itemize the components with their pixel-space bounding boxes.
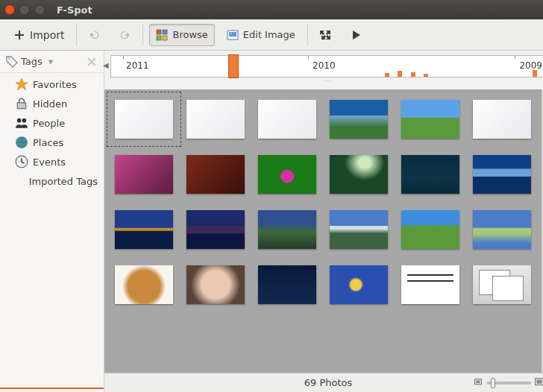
photo-thumbnail[interactable]	[473, 155, 531, 194]
zoom-slider[interactable]	[486, 382, 531, 385]
globe-icon	[15, 136, 28, 149]
lock-icon	[15, 97, 28, 110]
window-close-button[interactable]	[4, 4, 15, 15]
photo-thumbnail[interactable]	[186, 265, 245, 304]
import-label: Import	[30, 29, 64, 41]
tag-list: Favorites Hidden People Places Events Im…	[0, 73, 104, 388]
rotate-left-button[interactable]	[83, 24, 107, 46]
sidebar: Tags ▾ Favorites Hidden People Places	[0, 51, 104, 392]
thumbnail-grid	[115, 100, 531, 304]
photo-thumbnail[interactable]	[186, 100, 245, 139]
zoom-out-icon[interactable]	[473, 378, 483, 388]
chevron-down-icon: ▾	[48, 56, 54, 67]
photo-thumbnail[interactable]	[401, 155, 459, 194]
blank-icon	[15, 174, 25, 188]
plus-icon	[13, 29, 25, 41]
fullscreen-button[interactable]	[314, 24, 338, 46]
svg-point-10	[22, 118, 27, 123]
toolbar-separator	[76, 25, 77, 45]
photo-thumbnail[interactable]	[258, 100, 316, 139]
main-area: Tags ▾ Favorites Hidden People Places	[0, 51, 543, 392]
svg-point-6	[230, 33, 232, 34]
content-pane: ◀ ▶ 2011 2010 2009 ⋯	[104, 51, 543, 392]
timeline-scroll-left[interactable]: ◀	[103, 61, 109, 69]
main-toolbar: Import Browse Edit Image	[0, 19, 543, 51]
photo-thumbnail[interactable]	[186, 210, 245, 249]
sidebar-item-places[interactable]: Places	[0, 133, 104, 152]
svg-rect-0	[157, 30, 161, 34]
timeline[interactable]: 2011 2010 2009	[110, 55, 543, 78]
photo-thumbnail[interactable]	[330, 100, 388, 139]
photo-thumbnail[interactable]	[401, 210, 459, 249]
toolbar-separator	[142, 25, 143, 45]
photo-thumbnail[interactable]	[115, 265, 173, 304]
timeline-bars	[111, 69, 543, 77]
star-icon	[15, 78, 28, 91]
svg-rect-3	[163, 36, 167, 40]
photo-thumbnail[interactable]	[330, 265, 388, 304]
tag-icon	[6, 56, 18, 68]
zoom-in-icon[interactable]	[534, 378, 543, 388]
photo-thumbnail[interactable]	[473, 100, 531, 139]
sidebar-header[interactable]: Tags ▾	[0, 51, 104, 73]
edit-image-button[interactable]: Edit Image	[221, 24, 301, 46]
remove-tag-icon[interactable]	[86, 56, 98, 68]
sidebar-accent-strip	[0, 388, 104, 392]
svg-point-9	[17, 118, 22, 123]
photo-thumbnail[interactable]	[115, 210, 173, 249]
svg-point-7	[8, 58, 10, 60]
slideshow-button[interactable]	[344, 24, 368, 46]
sidebar-item-hidden[interactable]: Hidden	[0, 94, 104, 113]
sidebar-item-label: Places	[33, 137, 63, 148]
pane-splitter[interactable]: ⋯	[110, 78, 543, 85]
image-icon	[227, 29, 239, 41]
photo-thumbnail[interactable]	[258, 265, 316, 304]
svg-rect-2	[157, 36, 161, 40]
svg-rect-8	[17, 103, 25, 109]
photo-thumbnail[interactable]	[401, 100, 459, 139]
photo-thumbnail[interactable]	[473, 210, 531, 249]
people-icon	[15, 116, 28, 130]
zoom-slider-knob[interactable]	[491, 378, 495, 388]
svg-rect-1	[163, 30, 167, 34]
photo-thumbnail[interactable]	[401, 265, 459, 304]
status-bar: 69 Photos	[104, 373, 543, 392]
sidebar-item-label: Events	[33, 157, 66, 168]
thumbnail-scroll-area[interactable]	[104, 89, 542, 373]
sidebar-item-imported-tags[interactable]: Imported Tags	[0, 171, 104, 191]
browse-mode-button[interactable]: Browse	[149, 24, 214, 46]
svg-rect-5	[229, 32, 236, 37]
photo-thumbnail[interactable]	[473, 265, 531, 304]
import-button[interactable]: Import	[7, 24, 70, 46]
sidebar-item-favorites[interactable]: Favorites	[0, 75, 104, 94]
photo-thumbnail[interactable]	[186, 155, 245, 194]
sidebar-item-people[interactable]: People	[0, 113, 104, 133]
sidebar-item-events[interactable]: Events	[0, 152, 104, 171]
window-titlebar: F-Spot	[0, 0, 543, 19]
rotate-right-button[interactable]	[113, 24, 136, 46]
photo-thumbnail[interactable]	[115, 100, 173, 139]
sidebar-item-label: Favorites	[33, 79, 77, 90]
zoom-control	[473, 378, 543, 388]
sidebar-header-label: Tags	[21, 56, 43, 67]
photo-thumbnail[interactable]	[330, 155, 388, 194]
grid-icon	[156, 29, 168, 41]
browse-label: Browse	[172, 29, 207, 40]
svg-rect-14	[476, 380, 480, 383]
rotate-left-icon	[89, 29, 101, 41]
sidebar-item-label: Imported Tags	[29, 176, 98, 187]
photo-thumbnail[interactable]	[258, 155, 316, 194]
toolbar-separator	[307, 25, 308, 45]
window-maximize-button[interactable]	[34, 4, 45, 15]
rotate-right-icon	[119, 29, 131, 41]
edit-label: Edit Image	[243, 29, 295, 40]
photo-thumbnail[interactable]	[258, 210, 316, 249]
timeline-area: ◀ ▶ 2011 2010 2009 ⋯	[104, 51, 543, 89]
svg-point-11	[16, 136, 28, 148]
play-icon	[350, 29, 362, 41]
photo-thumbnail[interactable]	[330, 210, 388, 249]
sidebar-item-label: People	[33, 118, 65, 129]
photo-thumbnail[interactable]	[115, 155, 173, 194]
window-minimize-button[interactable]	[19, 4, 30, 15]
fullscreen-icon	[320, 29, 332, 41]
